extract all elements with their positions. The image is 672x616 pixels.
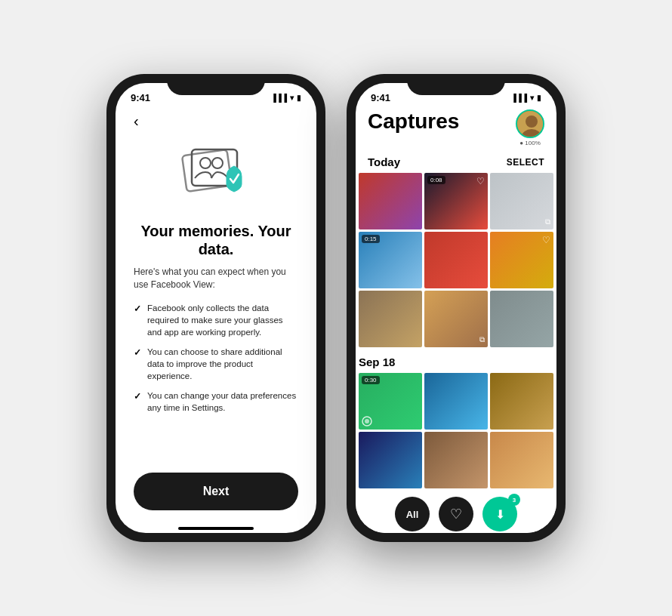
grid-cell-sky[interactable]: ⧉ [490, 173, 553, 229]
today-label: Today [368, 156, 400, 168]
status-time-1: 9:41 [131, 92, 150, 103]
grid-cell-rocks[interactable] [424, 432, 488, 488]
bottom-tab-bar: All ♡ ⬇ 3 [356, 491, 556, 533]
grid-cell-basketball[interactable]: 0:15 [359, 232, 422, 288]
status-icons-2: ▐▐▐ ▾ ▮ [511, 94, 541, 102]
grid-row-4: 0:30 [359, 373, 553, 430]
privacy-illustration [178, 139, 254, 207]
status-icons-1: ▐▐▐ ▾ ▮ [271, 94, 301, 102]
today-section-header: Today SELECT [356, 152, 556, 173]
captures-header: Captures ● 100% [356, 106, 556, 152]
grid-cell-kayak[interactable] [424, 373, 488, 430]
grid-row-2: 0:15 ♡ [359, 232, 553, 288]
grid-cell-desert[interactable] [490, 432, 553, 488]
favorites-tab-button[interactable]: ♡ [439, 497, 473, 531]
privacy-subtitle: Here's what you can expect when you use … [134, 266, 298, 291]
sep18-section-header: Sep 18 [359, 350, 553, 373]
grid-row-1: 0:08 ♡ ⧉ [359, 173, 553, 229]
check-icon-3: ✓ [134, 390, 141, 414]
bullet-2: ✓ You can choose to share additional dat… [134, 346, 298, 382]
back-button[interactable]: ‹ [134, 112, 298, 130]
battery-icon: ▮ [297, 94, 301, 102]
heart-tab-icon: ♡ [450, 506, 462, 522]
avatar-percent: ● 100% [519, 140, 541, 146]
svg-point-5 [526, 116, 538, 128]
bullet-1: ✓ Facebook only collects the data requir… [134, 302, 298, 338]
video-duration-2: 0:15 [362, 235, 380, 243]
captures-title: Captures [368, 109, 459, 134]
bullet-3: ✓ You can change your data preferences a… [134, 390, 298, 414]
bullet-text-2: You can choose to share additional data … [147, 346, 298, 382]
copy-icon-1: ⧉ [545, 217, 550, 226]
home-indicator-1 [178, 527, 254, 530]
user-avatar[interactable] [516, 109, 544, 138]
grid-cell-heart[interactable]: 0:08 ♡ [424, 173, 488, 229]
video-duration-1: 0:08 [427, 176, 445, 184]
svg-point-8 [365, 419, 369, 424]
privacy-title: Your memories. Your data. [134, 222, 298, 258]
grid-cell-dog3[interactable]: ⧉ [424, 291, 488, 347]
download-icon: ⬇ [495, 507, 505, 522]
avatar-image [517, 111, 544, 138]
svg-point-2 [200, 158, 211, 168]
privacy-icon-area [134, 139, 298, 207]
all-tab-button[interactable]: All [395, 497, 430, 531]
next-button[interactable]: Next [134, 473, 298, 510]
grid-cell-dog1[interactable]: ♡ [490, 232, 553, 288]
battery-icon-2: ▮ [537, 94, 541, 102]
grid-cell-jellyfish[interactable] [359, 432, 422, 488]
bullet-text-3: You can change your data preferences any… [147, 390, 298, 414]
sep18-label: Sep 18 [359, 356, 395, 368]
heart-icon-2: ♡ [542, 235, 550, 245]
heart-icon-1: ♡ [476, 176, 485, 186]
signal-icon-2: ▐▐▐ [511, 94, 527, 102]
avatar-container[interactable]: ● 100% [516, 109, 544, 146]
grid-cell-dog2[interactable] [359, 291, 422, 347]
svg-point-3 [212, 158, 223, 168]
wifi-icon-2: ▾ [530, 94, 534, 102]
copy-icon-2: ⧉ [479, 335, 485, 344]
status-time-2: 9:41 [371, 92, 390, 103]
grid-row-3: ⧉ [359, 291, 553, 347]
grid-cell-stairs[interactable] [424, 232, 488, 288]
grid-cell-dj[interactable] [359, 173, 422, 229]
capture-icon [362, 416, 372, 427]
phone-1: 9:41 ▐▐▐ ▾ ▮ ‹ [106, 74, 325, 542]
grid-cell-aerial[interactable]: 0:30 [359, 373, 422, 430]
notch-2 [407, 74, 505, 95]
grid-cell-cliff[interactable] [490, 373, 553, 430]
grid-cell-city[interactable] [490, 291, 553, 347]
all-tab-label: All [406, 509, 419, 520]
grid-row-5 [359, 432, 553, 488]
captures-grid: 0:08 ♡ ⧉ 0:15 ♡ [356, 173, 556, 491]
privacy-bullets: ✓ Facebook only collects the data requir… [134, 302, 298, 465]
check-icon-1: ✓ [134, 303, 141, 338]
select-button[interactable]: SELECT [507, 157, 544, 168]
phone-2: 9:41 ▐▐▐ ▾ ▮ Captures [347, 74, 566, 542]
wifi-icon: ▾ [290, 94, 294, 102]
notch [167, 74, 265, 95]
check-icon-2: ✓ [134, 346, 141, 382]
signal-icon: ▐▐▐ [271, 94, 287, 102]
download-tab-button[interactable]: ⬇ 3 [482, 497, 517, 531]
download-badge: 3 [508, 494, 520, 506]
bullet-text-1: Facebook only collects the data required… [147, 302, 298, 338]
video-duration-3: 0:30 [362, 376, 380, 384]
